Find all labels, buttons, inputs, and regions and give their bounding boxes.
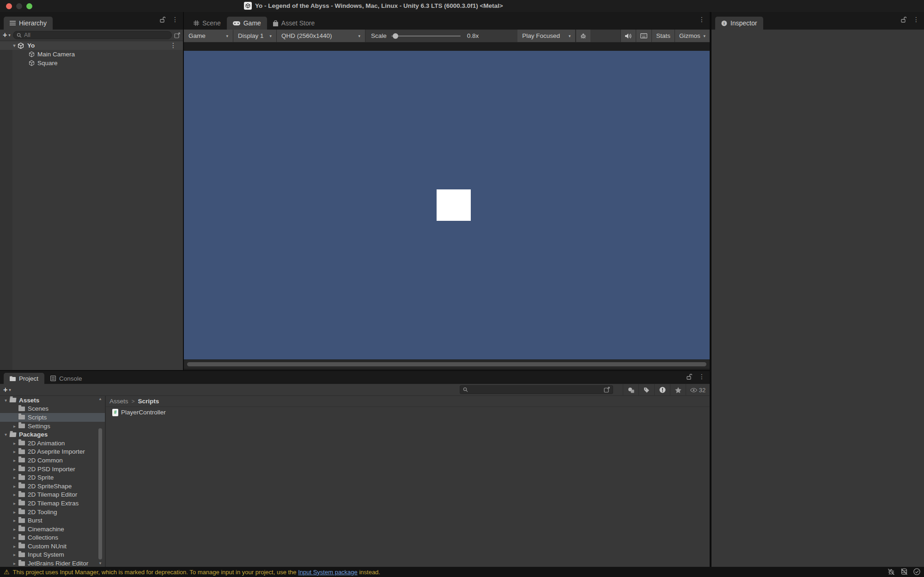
project-tree-item[interactable]: Burst	[0, 516, 105, 525]
zoom-window-button[interactable]	[26, 3, 32, 9]
hierarchy-item-square[interactable]: Square	[0, 59, 183, 67]
project-tree-item[interactable]: Input System	[0, 551, 105, 559]
panel-menu-icon[interactable]: ⋮	[699, 16, 705, 23]
display-dropdown[interactable]: Display 1 ▾	[233, 30, 277, 42]
project-search[interactable]	[460, 385, 613, 394]
hidden-count-button[interactable]: 32	[686, 384, 710, 396]
project-tree-item[interactable]: 2D Animation	[0, 439, 105, 448]
tab-console[interactable]: Console	[44, 373, 88, 384]
game-viewport[interactable]	[184, 51, 710, 359]
hierarchy-item-main-camera[interactable]: Main Camera	[0, 50, 183, 59]
project-search-input[interactable]	[470, 387, 602, 393]
expand-arrow-icon[interactable]	[12, 561, 18, 566]
gizmos-dropdown[interactable]: Gizmos ▾	[675, 30, 710, 42]
scrollbar-thumb[interactable]	[187, 362, 706, 366]
scroll-down-icon[interactable]: ▼	[98, 561, 102, 566]
project-tree-item[interactable]: 2D Sprite	[0, 473, 105, 482]
input-system-package-link[interactable]: Input System package	[298, 569, 358, 576]
expand-arrow-icon[interactable]	[12, 424, 18, 429]
tab-hierarchy[interactable]: Hierarchy	[4, 17, 53, 30]
project-tree-item[interactable]: 2D Tilemap Editor	[0, 491, 105, 499]
tab-game[interactable]: Game	[227, 17, 267, 30]
expand-arrow-icon[interactable]	[12, 458, 18, 463]
minimize-window-button[interactable]	[16, 3, 22, 9]
hierarchy-search[interactable]	[13, 31, 172, 39]
expand-arrow-icon[interactable]	[12, 535, 18, 540]
hierarchy-search-input[interactable]	[24, 32, 168, 38]
expand-arrow-icon[interactable]	[12, 544, 18, 549]
expand-arrow-icon[interactable]	[12, 501, 18, 506]
breadcrumb-root[interactable]: Assets	[109, 398, 128, 405]
tree-scrollbar[interactable]: ▲ ▼	[97, 397, 103, 566]
expand-arrow-icon[interactable]	[3, 432, 9, 437]
tab-asset-store[interactable]: Asset Store	[267, 17, 321, 30]
project-file-item[interactable]: # PlayerController	[106, 408, 710, 417]
expand-arrow-icon[interactable]	[12, 467, 18, 472]
expand-arrow-icon[interactable]	[12, 552, 18, 557]
panel-menu-icon[interactable]: ⋮	[913, 16, 919, 23]
project-tree-item[interactable]: Packages	[0, 430, 105, 439]
panel-menu-icon[interactable]: ⋮	[699, 373, 705, 380]
breadcrumb-current[interactable]: Scripts	[138, 398, 159, 405]
scrollbar-track[interactable]	[98, 401, 103, 561]
expand-arrow-icon[interactable]	[12, 475, 18, 480]
search-by-label-icon[interactable]	[638, 384, 654, 396]
project-tree-item[interactable]: Scenes	[0, 405, 105, 413]
scale-slider[interactable]	[391, 36, 461, 36]
close-window-button[interactable]	[6, 3, 12, 9]
project-tree-item[interactable]: Custom NUnit	[0, 542, 105, 551]
project-tree-item[interactable]: 2D Tilemap Extras	[0, 499, 105, 508]
panel-menu-icon[interactable]: ⋮	[172, 16, 178, 23]
project-tree-item[interactable]: Collections	[0, 534, 105, 542]
project-tree-item[interactable]: JetBrains Rider Editor	[0, 559, 105, 567]
tab-project[interactable]: Project	[4, 373, 44, 384]
expand-arrow-icon[interactable]	[12, 527, 18, 532]
virtual-keyboard-button[interactable]	[636, 30, 651, 42]
project-tree-item[interactable]: Cinemachine	[0, 525, 105, 534]
expand-arrow-icon[interactable]: ▾	[11, 43, 18, 48]
project-tree-item[interactable]: 2D Common	[0, 456, 105, 465]
status-warning-text[interactable]: This project uses Input Manager, which i…	[13, 569, 380, 576]
project-tree-item[interactable]: Scripts	[0, 413, 105, 422]
debug-bug-button[interactable]	[576, 30, 590, 42]
horizontal-scrollbar[interactable]	[184, 360, 710, 369]
expand-arrow-icon[interactable]	[3, 398, 9, 403]
expand-arrow-icon[interactable]	[12, 518, 18, 523]
pick-object-icon[interactable]	[604, 387, 610, 393]
project-tree-item[interactable]: Assets	[0, 396, 105, 405]
mute-audio-button[interactable]	[620, 30, 636, 42]
game-mode-dropdown[interactable]: Game ▾	[184, 30, 233, 42]
expand-arrow-icon[interactable]	[12, 492, 18, 497]
pick-object-icon[interactable]	[174, 32, 180, 38]
lock-open-icon[interactable]	[687, 374, 692, 380]
search-by-type-icon[interactable]	[623, 384, 638, 396]
expand-arrow-icon[interactable]	[12, 484, 18, 489]
expand-arrow-icon[interactable]	[12, 510, 18, 515]
scrollbar-thumb[interactable]	[98, 428, 102, 559]
background-tasks-check-icon[interactable]	[913, 568, 920, 575]
lock-open-icon[interactable]	[160, 17, 165, 23]
project-tree-item[interactable]: 2D Tooling	[0, 508, 105, 516]
create-button[interactable]: + ▾	[3, 387, 11, 393]
expand-arrow-icon[interactable]	[12, 441, 18, 446]
lock-open-icon[interactable]	[901, 17, 906, 23]
create-button[interactable]: + ▾	[3, 32, 11, 38]
play-mode-dropdown[interactable]: Play Focused ▾	[517, 30, 576, 42]
project-tree-item[interactable]: 2D PSD Importer	[0, 465, 105, 474]
expand-arrow-icon[interactable]	[12, 449, 18, 454]
scene-menu-icon[interactable]: ⋮	[170, 42, 176, 49]
project-tree-item[interactable]: 2D Aseprite Importer	[0, 448, 105, 456]
resolution-dropdown[interactable]: QHD (2560x1440) ▾	[277, 30, 365, 42]
scroll-up-icon[interactable]: ▲	[98, 397, 102, 401]
debugger-disabled-icon[interactable]	[888, 568, 895, 575]
favorites-star-icon[interactable]	[670, 384, 686, 396]
scene-row[interactable]: ▾ Yo ⋮	[0, 41, 183, 50]
slider-knob[interactable]	[393, 33, 398, 39]
tab-scene[interactable]: Scene	[188, 17, 227, 30]
tab-inspector[interactable]: i Inspector	[715, 17, 763, 30]
project-tree-item[interactable]: 2D SpriteShape	[0, 482, 105, 491]
cache-server-disconnected-icon[interactable]	[900, 568, 908, 575]
error-pause-icon[interactable]	[654, 384, 670, 396]
project-tree-item[interactable]: Settings	[0, 422, 105, 431]
stats-button[interactable]: Stats	[651, 30, 675, 42]
